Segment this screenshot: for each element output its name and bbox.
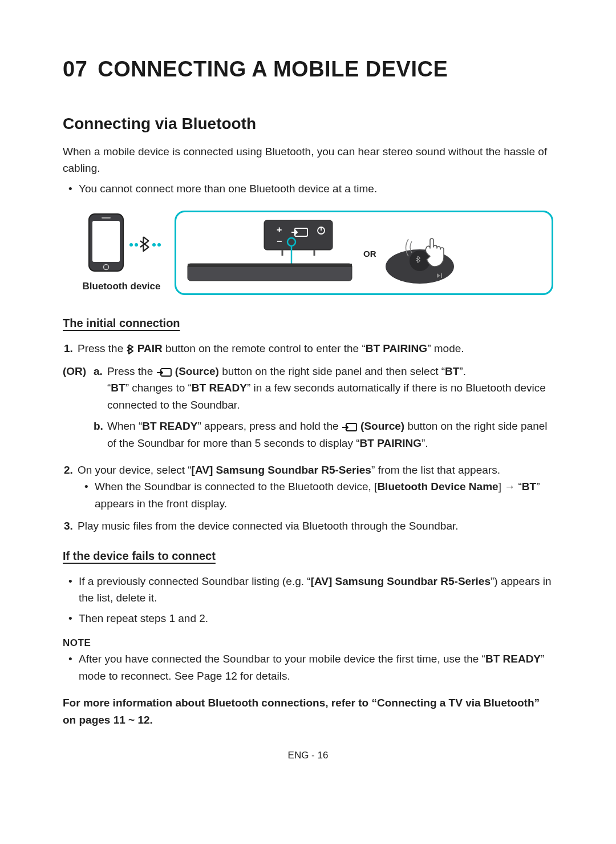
svg-rect-1 <box>92 221 120 262</box>
bt-pairing: BT PAIRING <box>360 437 422 449</box>
letter-b: b. <box>94 418 107 451</box>
pair-label: PAIR <box>135 342 163 354</box>
text: ”. <box>422 437 428 449</box>
chapter-name: CONNECTING A MOBILE DEVICE <box>98 57 448 81</box>
phone-icon <box>79 212 164 274</box>
svg-point-4 <box>129 243 133 247</box>
cross-reference: For more information about Bluetooth con… <box>63 694 553 728</box>
text: ” mode. <box>427 342 464 354</box>
text: button on the right side panel and then … <box>219 365 445 377</box>
source-label: (Source) <box>172 365 219 377</box>
text: Press the <box>78 342 127 354</box>
bt-ready: BT READY <box>485 653 541 665</box>
connection-diagram: Bluetooth device + − <box>79 211 553 295</box>
fail-bullet-1: If a previously connected Soundbar listi… <box>79 573 553 607</box>
text: button on the remote control to enter th… <box>163 342 366 354</box>
chapter-number: 07 <box>63 57 87 81</box>
source-label: (Source) <box>358 420 404 432</box>
step-2-sub: When the Soundbar is connected to the Bl… <box>95 478 553 512</box>
bt-label: BT <box>445 365 459 377</box>
bt-label: BT <box>111 382 125 394</box>
source-icon <box>156 368 172 378</box>
text: ” appears, press and hold the <box>197 420 341 432</box>
bt-ready: BT READY <box>142 420 197 432</box>
step-2: On your device, select “[AV] Samsung Sou… <box>78 462 553 512</box>
svg-point-5 <box>135 243 138 247</box>
letter-a: a. <box>94 363 107 413</box>
bluetooth-icon <box>127 344 135 354</box>
fail-bullet-2: Then repeat steps 1 and 2. <box>79 610 553 627</box>
or-label: (OR) <box>63 365 86 377</box>
note-bullet: After you have connected the Soundbar to… <box>79 651 553 684</box>
bt-device-name: Bluetooth Device Name <box>377 480 498 492</box>
step-1: Press the PAIR button on the remote cont… <box>78 340 553 357</box>
text: ”. <box>459 365 466 377</box>
page-footer: ENG - 16 <box>63 750 553 761</box>
text: ” from the list that appears. <box>371 464 500 476</box>
text: Press the <box>107 365 156 377</box>
diagram-or-label: OR <box>363 247 376 260</box>
chapter-title: 07CONNECTING A MOBILE DEVICE <box>63 57 553 82</box>
bluetooth-device-illustration: Bluetooth device <box>79 212 164 294</box>
remote-press-illustration <box>384 222 464 285</box>
note-heading: NOTE <box>63 636 553 651</box>
svg-rect-3 <box>102 217 111 219</box>
svg-rect-19 <box>188 264 352 267</box>
phone-label: Bluetooth device <box>79 279 164 294</box>
bt-label: BT <box>522 480 536 492</box>
intro-bullet: You cannot connect more than one Bluetoo… <box>79 180 553 197</box>
text: ] → “ <box>499 480 522 492</box>
step-3: Play music files from the device connect… <box>78 518 553 534</box>
section-title: Connecting via Bluetooth <box>63 115 553 133</box>
svg-rect-8 <box>264 220 333 250</box>
text: On your device, select “ <box>78 464 192 476</box>
step-a: a. Press the (Source) button on the righ… <box>94 363 553 413</box>
device-name: [AV] Samsung Soundbar R5-Series <box>192 464 371 476</box>
text: When the Soundbar is connected to the Bl… <box>95 480 377 492</box>
device-name: [AV] Samsung Soundbar R5-Series <box>311 575 491 587</box>
step-b: b. When “BT READY” appears, press and ho… <box>94 418 553 451</box>
soundbar-illustration: + − <box>184 219 355 288</box>
svg-point-6 <box>152 243 156 247</box>
svg-text:−: − <box>277 236 282 246</box>
subheading-fail: If the device fails to connect <box>63 547 553 565</box>
source-icon <box>342 422 358 433</box>
devices-panel: + − <box>175 211 553 295</box>
subheading-initial: The initial connection <box>63 314 553 332</box>
text: ” changes to “ <box>125 382 192 394</box>
bt-ready: BT READY <box>192 382 247 394</box>
text: When “ <box>107 420 142 432</box>
text: After you have connected the Soundbar to… <box>79 653 485 665</box>
intro-paragraph: When a mobile device is connected using … <box>63 143 553 177</box>
text: If a previously connected Soundbar listi… <box>79 575 311 587</box>
bt-pairing: BT PAIRING <box>366 342 427 354</box>
svg-point-7 <box>157 243 161 247</box>
svg-text:+: + <box>277 225 282 235</box>
